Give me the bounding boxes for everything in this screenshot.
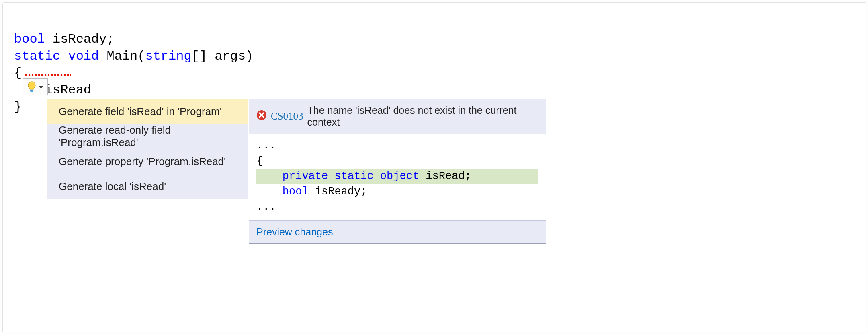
quick-action-item[interactable]: Generate property 'Program.isRead'	[47, 149, 248, 174]
quick-action-item[interactable]: Generate local 'isRead'	[47, 174, 248, 199]
quick-actions-menu: Generate field 'isRead' in 'Program' Gen…	[47, 99, 248, 199]
keyword: string	[145, 49, 191, 64]
svg-rect-0	[30, 90, 33, 91]
code-text: ... {	[256, 140, 276, 167]
keyword: bool	[14, 32, 45, 47]
code-text: [] args)	[192, 49, 254, 64]
quick-action-item[interactable]: Generate field 'isRead' in 'Program'	[47, 99, 248, 124]
keyword: static	[334, 170, 373, 182]
quick-action-label: Generate property 'Program.isRead'	[59, 155, 226, 168]
code-text: isReady;	[309, 186, 367, 198]
code-text: isReady;	[53, 32, 115, 47]
code-text: ...	[256, 201, 276, 213]
error-message: The name 'isRead' does not exist in the …	[307, 105, 538, 128]
keyword: bool	[283, 186, 309, 198]
error-icon	[256, 110, 267, 123]
code-text: Main(	[99, 49, 145, 64]
keyword: private	[283, 170, 328, 182]
diff-preview: ... { private static object isRead; bool…	[249, 134, 546, 220]
keyword: static	[14, 49, 60, 64]
code-text	[45, 32, 53, 47]
lightbulb-icon	[27, 81, 36, 93]
error-squiggle	[25, 74, 71, 78]
preview-changes-link[interactable]: Preview changes	[256, 226, 333, 237]
added-line: private static object isRead;	[256, 169, 538, 184]
error-header: CS0103 The name 'isRead' does not exist …	[249, 99, 546, 134]
chevron-down-icon	[39, 86, 43, 89]
quick-action-label: Generate field 'isRead' in 'Program'	[59, 105, 222, 118]
keyword: object	[380, 170, 419, 182]
code-text: }	[14, 99, 22, 114]
quick-actions-button[interactable]	[23, 78, 48, 95]
code-text: {	[14, 66, 22, 80]
preview-panel: CS0103 The name 'isRead' does not exist …	[249, 99, 546, 244]
editor-frame: bool isReady; static void Main(string[] …	[2, 2, 866, 332]
svg-rect-1	[31, 91, 33, 92]
code-text: isRead;	[419, 170, 471, 182]
error-code[interactable]: CS0103	[271, 111, 303, 122]
preview-footer: Preview changes	[249, 220, 546, 243]
quick-action-item[interactable]: Generate read-only field 'Program.isRead…	[47, 124, 248, 149]
keyword: void	[68, 49, 99, 64]
quick-action-label: Generate local 'isRead'	[59, 180, 166, 193]
quick-action-label: Generate read-only field 'Program.isRead…	[59, 124, 236, 149]
